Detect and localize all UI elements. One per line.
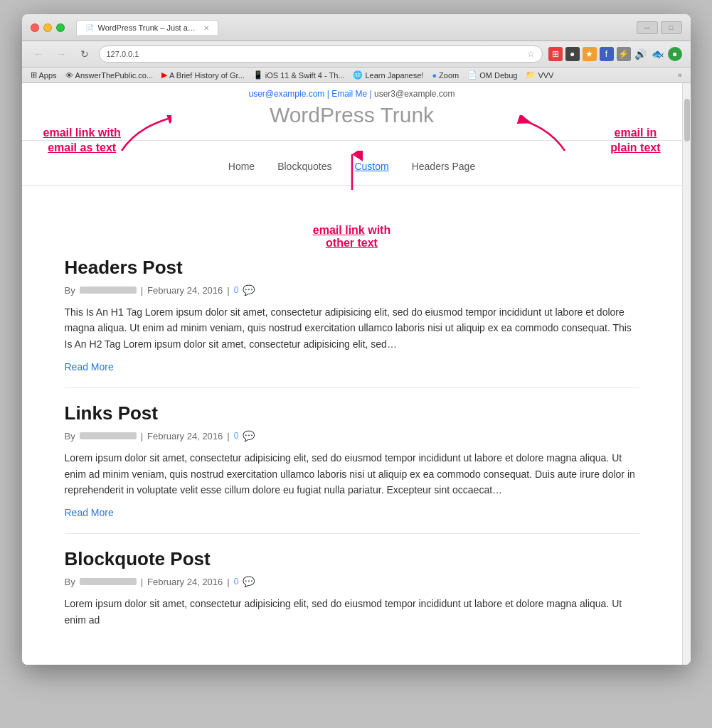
browser-tab[interactable]: 📄 WordPress Trunk – Just anoth ✕ — [76, 20, 218, 35]
post-comment-sep-2: | — [227, 431, 229, 441]
page-content: email link with email as text email in p… — [22, 83, 682, 665]
post-meta-1: By | February 24, 2016 | 0 💬 — [65, 284, 639, 296]
arrow-right-container — [515, 115, 572, 161]
bookmark-learn-japanese[interactable]: 🌐 Learn Japanese! — [353, 70, 423, 80]
zoom-icon: ● — [432, 71, 437, 80]
post-author-1 — [80, 287, 137, 294]
arrow-left-container — [115, 115, 171, 161]
header-email-bar: user@example.com | Email Me | user3@exam… — [22, 89, 682, 99]
ios-icon: 📱 — [253, 70, 263, 80]
bookmark-brief-history-label: A Brief History of Gr... — [169, 71, 245, 80]
bookmark-vvv-label: VVV — [538, 71, 553, 80]
traffic-lights — [31, 23, 65, 32]
annotation-email-link-label: email link with email as text — [43, 126, 121, 156]
answerthepublic-icon: 👁 — [65, 71, 73, 80]
video-icon: ▶ — [161, 70, 167, 80]
post-comment-count-3: 0 — [234, 577, 239, 587]
nav-bar: ← → ↻ 127.0.0.1 ☆ ⊞ ● ★ f ⚡ 🔊 🐟 ● — [22, 41, 691, 68]
email-link-2[interactable]: Email Me — [331, 89, 367, 99]
ext-icon-2[interactable]: ● — [565, 47, 580, 61]
title-bar: 📄 WordPress Trunk – Just anoth ✕ ― □ — [22, 14, 691, 41]
bookmark-star-icon[interactable]: ☆ — [527, 49, 535, 59]
post-title-2: Links Post — [65, 402, 639, 424]
comment-bubble-icon-1: 💬 — [243, 284, 255, 296]
ext-icon-3[interactable]: ★ — [583, 47, 597, 61]
scrollbar-thumb[interactable] — [684, 99, 690, 141]
ext-icon-8[interactable]: ● — [668, 47, 682, 61]
browser-window: 📄 WordPress Trunk – Just anoth ✕ ― □ ← →… — [22, 14, 691, 665]
tab-area: 📄 WordPress Trunk – Just anoth ✕ — [76, 20, 631, 35]
bookmark-zoom[interactable]: ● Zoom — [432, 71, 459, 80]
nav-headers[interactable]: Headers Page — [400, 155, 487, 178]
browser-extension-icons: ⊞ ● ★ f ⚡ 🔊 🐟 ● — [548, 47, 682, 61]
bookmark-learn-japanese-label: Learn Japanese! — [365, 71, 423, 80]
om-debug-icon: 📄 — [467, 70, 477, 80]
email-plain-text: user3@example.com — [374, 89, 455, 99]
site-header-section: email link with email as text email in p… — [22, 83, 682, 148]
comment-bubble-icon-3: 💬 — [243, 576, 255, 587]
post-meta-2: By | February 24, 2016 | 0 💬 — [65, 430, 639, 441]
post-separator-2: | — [141, 431, 143, 441]
ext-icon-6[interactable]: 🔊 — [634, 47, 648, 61]
right-arrow-svg — [515, 115, 572, 158]
bookmark-om-debug[interactable]: 📄 OM Debug — [467, 70, 517, 80]
post-excerpt-3: Lorem ipsum dolor sit amet, consectetur … — [65, 596, 639, 628]
tab-close-icon[interactable]: ✕ — [203, 24, 209, 32]
bookmark-apps-label: Apps — [39, 71, 57, 80]
ext-icon-5[interactable]: ⚡ — [617, 47, 631, 61]
posts-container: Headers Post By | February 24, 2016 | 0 … — [22, 228, 682, 665]
post-separator-1: | — [141, 285, 143, 296]
ext-icon-1[interactable]: ⊞ — [548, 47, 563, 61]
browser-content-area: email link with email as text email in p… — [22, 83, 691, 665]
nav-blockquotes[interactable]: Blockquotes — [266, 155, 343, 178]
site-title: WordPress Trunk — [270, 103, 434, 134]
maximize-button[interactable] — [56, 23, 65, 32]
bookmarks-more-chevron[interactable]: » — [678, 71, 682, 79]
bookmark-ios-label: iOS 11 & Swift 4 - Th... — [265, 71, 345, 80]
annotation-nav-email-label: email link withother text — [313, 224, 390, 250]
bookmark-zoom-label: Zoom — [439, 71, 459, 80]
folder-icon: 📁 — [526, 70, 536, 80]
email-link-1[interactable]: user@example.com — [248, 89, 324, 99]
back-button[interactable]: ← — [31, 46, 48, 63]
bookmarks-bar: ⊞ Apps 👁 AnswerThePublic.co... ▶ A Brief… — [22, 68, 691, 83]
post-item-links: Links Post By | February 24, 2016 | 0 💬 … — [65, 388, 639, 534]
center-arrow-svg — [338, 151, 366, 190]
bookmark-vvv[interactable]: 📁 VVV — [526, 70, 553, 80]
scrollbar[interactable] — [682, 83, 691, 665]
read-more-link-1[interactable]: Read More — [65, 361, 114, 373]
post-item-blockquote: Blockquote Post By | February 24, 2016 |… — [65, 534, 639, 651]
post-title-3: Blockquote Post — [65, 548, 639, 570]
arrow-up-center-container — [338, 151, 366, 193]
bookmark-apps[interactable]: ⊞ Apps — [31, 70, 57, 80]
post-date-3: February 24, 2016 — [147, 577, 223, 587]
post-title-1: Headers Post — [65, 257, 639, 279]
apps-icon: ⊞ — [31, 70, 37, 80]
japanese-icon: 🌐 — [353, 70, 363, 80]
post-by-label-1: By — [65, 285, 75, 296]
bookmark-brief-history[interactable]: ▶ A Brief History of Gr... — [161, 70, 245, 80]
bookmark-ios-swift[interactable]: 📱 iOS 11 & Swift 4 - Th... — [253, 70, 345, 80]
ext-icon-7[interactable]: 🐟 — [651, 47, 665, 61]
post-date-2: February 24, 2016 — [147, 431, 223, 441]
forward-button[interactable]: → — [53, 46, 70, 63]
minimize-button[interactable] — [43, 23, 52, 32]
ext-icon-4[interactable]: f — [600, 47, 614, 61]
bookmark-answerthepublic[interactable]: 👁 AnswerThePublic.co... — [65, 71, 153, 80]
annotation-email-plain-label: email in plain text — [610, 126, 660, 156]
post-separator-3: | — [141, 577, 143, 587]
refresh-button[interactable]: ↻ — [76, 46, 93, 63]
close-button[interactable] — [31, 23, 39, 32]
post-comment-sep-1: | — [227, 285, 229, 296]
left-arrow-svg — [115, 115, 171, 158]
win-minimize-btn[interactable]: ― — [637, 21, 658, 34]
win-restore-btn[interactable]: □ — [661, 21, 682, 34]
post-meta-3: By | February 24, 2016 | 0 💬 — [65, 576, 639, 587]
post-by-label-2: By — [65, 431, 75, 441]
read-more-link-2[interactable]: Read More — [65, 507, 114, 518]
nav-home[interactable]: Home — [217, 155, 266, 178]
bookmark-answerthepublic-label: AnswerThePublic.co... — [75, 71, 153, 80]
post-comment-count-2: 0 — [234, 431, 239, 441]
post-by-label-3: By — [65, 577, 75, 587]
address-bar[interactable]: 127.0.0.1 ☆ — [99, 46, 543, 63]
